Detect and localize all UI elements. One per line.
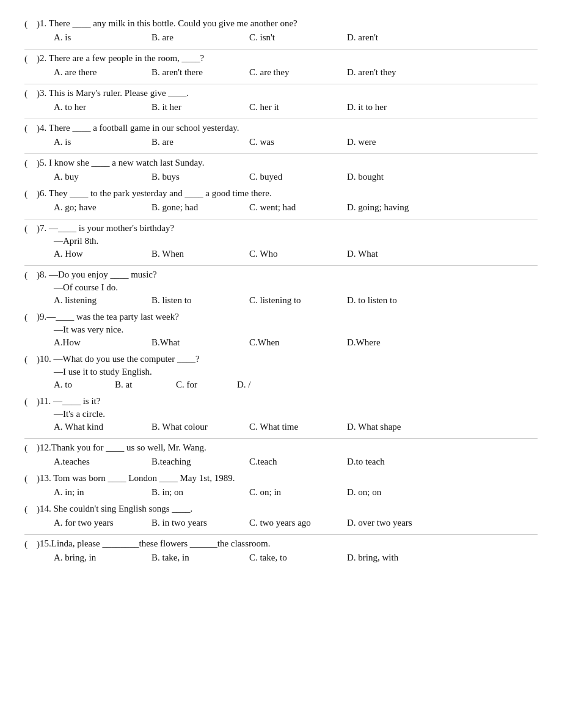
- q12-options: A.teaches B.teaching C.teach D.to teach: [24, 457, 538, 467]
- q4-bracket: ( ): [24, 123, 40, 134]
- divider-4: [24, 153, 538, 154]
- q9-prompt: )9.—____ was the tea party last week?: [37, 312, 179, 322]
- question-5: ( ) 5. I know she ____ a new watch last …: [24, 158, 538, 182]
- q6-optB: B. gone; had: [151, 202, 249, 213]
- q8-optD: D. to listen to: [347, 295, 445, 306]
- q15-bracket: ( ): [24, 539, 40, 550]
- q6-optD: D. going; having: [347, 202, 445, 213]
- q14-bracket: ( ): [24, 504, 40, 515]
- question-6: ( ) 6. They ____ to the park yesterday a…: [24, 188, 538, 213]
- divider-3: [24, 119, 538, 119]
- q1-optC: C. isn't: [249, 32, 347, 43]
- divider-14: [24, 534, 538, 535]
- q15-optB: B. take, in: [151, 553, 249, 563]
- q4-optD: D. were: [347, 137, 445, 147]
- q11-optD: D. What shape: [347, 422, 445, 432]
- q4-options: A. is B. are C. was D. were: [24, 137, 538, 147]
- q12-text: )12.Thank you for ____ us so well, Mr. W…: [37, 443, 206, 453]
- q15-options: A. bring, in B. take, in C. take, to D. …: [24, 553, 538, 563]
- q5-optD: D. bought: [347, 172, 445, 182]
- q10-bracket: ( ): [24, 354, 40, 366]
- q8-answer: —Of course I do.: [24, 282, 538, 293]
- q4-optB: B. are: [151, 137, 249, 147]
- q9-optD: D.Where: [347, 337, 445, 348]
- q7-optC: C. Who: [249, 249, 347, 259]
- question-3: ( ) 3. This is Mary's ruler. Please give…: [24, 88, 538, 112]
- q3-bracket: ( ): [24, 88, 40, 100]
- q11-answer: —It's a circle.: [24, 409, 538, 419]
- q3-optA: A. to her: [54, 102, 151, 112]
- q5-optA: A. buy: [54, 172, 151, 182]
- q1-optD: D. aren't: [347, 32, 445, 43]
- q10-optA: A. to: [54, 380, 115, 390]
- q8-optB: B. listen to: [151, 295, 249, 306]
- q3-options: A. to her B. it her C. her it D. it to h…: [24, 102, 538, 112]
- q9-optA: A.How: [54, 337, 151, 348]
- question-9: ( )9.—____ was the tea party last week? …: [24, 312, 538, 348]
- q3-optC: C. her it: [249, 102, 347, 112]
- q11-optC: C. What time: [249, 422, 347, 432]
- q2-optD: D. aren't they: [347, 67, 445, 78]
- q1-text: 1. There ____ any milk in this bottle. C…: [40, 18, 297, 29]
- question-14: ( ) 14. She couldn't sing English songs …: [24, 504, 538, 528]
- q11-bracket: ( ): [24, 396, 40, 408]
- q2-options: A. are there B. aren't there C. are they…: [24, 67, 538, 78]
- question-11: ( ) 11. —____ is it? —It's a circle. A. …: [24, 396, 538, 432]
- q3-optD: D. it to her: [347, 102, 445, 112]
- divider-1: [24, 49, 538, 50]
- q10-options: A. to B. at C. for D. /: [24, 380, 538, 390]
- q6-optC: C. went; had: [249, 202, 347, 213]
- q9-bracket: (: [24, 312, 37, 323]
- q14-text: 14. She couldn't sing English songs ____…: [40, 504, 192, 514]
- q11-options: A. What kind B. What colour C. What time…: [24, 422, 538, 432]
- q7-bracket: ( ): [24, 223, 40, 235]
- q13-optC: C. on; in: [249, 487, 347, 498]
- q11-prompt: 11. —____ is it?: [40, 396, 100, 406]
- q4-optA: A. is: [54, 137, 151, 147]
- q6-optA: A. go; have: [54, 202, 151, 213]
- q13-optA: A. in; in: [54, 487, 151, 498]
- q5-bracket: ( ): [24, 158, 40, 169]
- q7-options: A. How B. When C. Who D. What: [24, 249, 538, 259]
- q7-answer: —April 8th.: [24, 236, 538, 246]
- q15-optD: D. bring, with: [347, 553, 445, 563]
- q13-text: 13. Tom was born ____ London ____ May 1s…: [40, 473, 235, 483]
- q12-optA: A.teaches: [54, 457, 151, 467]
- q1-options: A. is B. are C. isn't D. aren't: [24, 32, 538, 43]
- q11-optA: A. What kind: [54, 422, 151, 432]
- q15-optC: C. take, to: [249, 553, 347, 563]
- divider-11: [24, 438, 538, 439]
- q2-optB: B. aren't there: [151, 67, 249, 78]
- q10-answer: —I use it to study English.: [24, 367, 538, 377]
- q8-prompt: 8. —Do you enjoy ____ music?: [40, 270, 157, 280]
- q10-optC: C. for: [176, 380, 237, 390]
- q5-text: 5. I know she ____ a new watch last Sund…: [40, 158, 204, 168]
- q5-optC: C. buyed: [249, 172, 347, 182]
- question-4: ( ) 4. There ____ a football game in our…: [24, 123, 538, 147]
- q9-optC: C.When: [249, 337, 347, 348]
- q11-optB: B. What colour: [151, 422, 249, 432]
- q9-options: A.How B.What C.When D.Where: [24, 337, 538, 348]
- q10-optD: D. /: [237, 380, 298, 390]
- q5-optB: B. buys: [151, 172, 249, 182]
- q12-bracket: (: [24, 443, 37, 454]
- q9-optB: B.What: [151, 337, 249, 348]
- q1-bracket: ( ): [24, 18, 40, 30]
- question-1: ( ) 1. There ____ any milk in this bottl…: [24, 18, 538, 43]
- q2-bracket: ( ): [24, 53, 40, 65]
- question-8: ( ) 8. —Do you enjoy ____ music? —Of cou…: [24, 270, 538, 306]
- q14-optC: C. two years ago: [249, 518, 347, 528]
- q12-optC: C.teach: [249, 457, 347, 467]
- q5-options: A. buy B. buys C. buyed D. bought: [24, 172, 538, 182]
- q7-prompt: 7. —____ is your mother's birthday?: [40, 223, 174, 233]
- q13-optD: D. on; on: [347, 487, 445, 498]
- question-13: ( ) 13. Tom was born ____ London ____ Ma…: [24, 473, 538, 498]
- q15-text: 15.Linda, please ________these flowers _…: [40, 539, 270, 549]
- q2-text: 2. There are a few people in the room, _…: [40, 53, 204, 64]
- q4-optC: C. was: [249, 137, 347, 147]
- q8-bracket: ( ): [24, 270, 40, 281]
- divider-6: [24, 219, 538, 219]
- q10-optB: B. at: [115, 380, 176, 390]
- q7-optA: A. How: [54, 249, 151, 259]
- q13-options: A. in; in B. in; on C. on; in D. on; on: [24, 487, 538, 498]
